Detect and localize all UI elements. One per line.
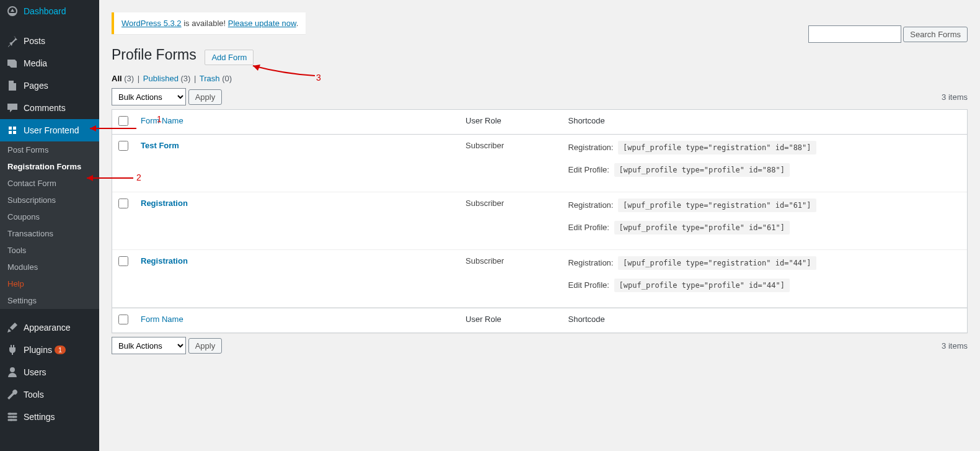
row-checkbox[interactable] — [118, 199, 128, 208]
menu-label: Plugins — [24, 345, 52, 355]
submenu-subscriptions[interactable]: Subscriptions — [0, 192, 99, 208]
submenu-contact-form[interactable]: Contact Form — [0, 175, 99, 192]
table-row: RegistrationSubscriberRegistration: [wpu… — [112, 250, 967, 308]
menu-plugins[interactable]: Plugins1 — [0, 339, 99, 361]
submenu: Post Forms Registration Forms Contact Fo… — [0, 141, 99, 309]
update-nag-text: is available! — [182, 19, 228, 28]
user-role-cell: Subscriber — [459, 192, 562, 250]
gauge-icon — [6, 5, 19, 17]
col-shortcode: Shortcode — [562, 110, 967, 135]
forms-table: Form Name User Role Shortcode Test FormS… — [112, 109, 968, 333]
menu-dashboard[interactable]: Dashboard — [0, 0, 99, 22]
form-name-link[interactable]: Registration — [141, 199, 188, 208]
table-row: Test FormSubscriberRegistration: [wpuf_p… — [112, 135, 967, 192]
plugin-update-badge: 1 — [55, 346, 66, 354]
plug-icon — [6, 344, 19, 356]
menu-label: Dashboard — [24, 6, 66, 16]
pin-icon — [6, 35, 19, 47]
userfrontend-icon — [6, 124, 19, 136]
table-row: RegistrationSubscriberRegistration: [wpu… — [112, 192, 967, 250]
menu-pages[interactable]: Pages — [0, 74, 99, 97]
shortcode-edit-profile[interactable]: [wpuf_profile type="profile" id="61"] — [614, 221, 790, 234]
search-box: Search Forms — [808, 25, 968, 43]
bulk-actions-select-bottom[interactable]: Bulk Actions — [112, 337, 186, 354]
col-form-name[interactable]: Form Name — [141, 116, 183, 125]
wp-version-link[interactable]: WordPress 5.3.2 — [121, 19, 182, 28]
shortcode-edit-profile[interactable]: [wpuf_profile type="profile" id="88"] — [614, 163, 790, 177]
search-button[interactable]: Search Forms — [903, 27, 968, 42]
select-all-bottom[interactable] — [118, 315, 128, 324]
menu-label: Users — [24, 367, 46, 370]
bulk-apply-bottom[interactable]: Apply — [188, 338, 223, 354]
select-all-top[interactable] — [118, 116, 128, 126]
users-icon — [6, 366, 19, 370]
admin-sidebar: Dashboard Posts Media Pages Comments Use… — [0, 0, 99, 370]
menu-user-frontend[interactable]: User Frontend — [0, 119, 99, 141]
submenu-registration-forms[interactable]: Registration Forms — [0, 158, 99, 175]
shortcode-registration[interactable]: [wpuf_profile type="registration" id="88… — [618, 141, 816, 154]
submenu-coupons[interactable]: Coupons — [0, 208, 99, 225]
user-role-cell: Subscriber — [459, 250, 562, 308]
comment-icon — [6, 102, 19, 114]
shortcode-registration[interactable]: [wpuf_profile type="registration" id="44… — [618, 256, 816, 270]
shortcode-edit-profile[interactable]: [wpuf_profile type="profile" id="44"] — [614, 279, 790, 292]
menu-label: Appearance — [24, 323, 71, 333]
submenu-tools[interactable]: Tools — [0, 242, 99, 259]
brush-icon — [6, 321, 19, 334]
filter-trash[interactable]: Trash — [200, 74, 220, 83]
submenu-help[interactable]: Help — [0, 275, 99, 292]
form-name-link[interactable]: Test Form — [141, 141, 179, 150]
shortcode-cell: Registration: [wpuf_profile type="regist… — [562, 250, 967, 308]
search-input[interactable] — [808, 25, 901, 43]
filter-published[interactable]: Published — [143, 74, 179, 83]
bulk-actions-select-top[interactable]: Bulk Actions — [112, 88, 186, 105]
menu-media[interactable]: Media — [0, 52, 99, 74]
submenu-transactions[interactable]: Transactions — [0, 225, 99, 242]
menu-posts[interactable]: Posts — [0, 30, 99, 52]
media-icon — [6, 57, 19, 69]
page-title: Profile Forms — [112, 47, 196, 63]
row-checkbox[interactable] — [118, 141, 128, 151]
shortcode-cell: Registration: [wpuf_profile type="regist… — [562, 192, 967, 250]
menu-label: Media — [24, 58, 47, 68]
filter-all[interactable]: All — [112, 74, 122, 83]
status-filters: All (3) | Published (3) | Trash (0) — [112, 74, 968, 83]
menu-label: Posts — [24, 36, 45, 46]
col-form-name-foot[interactable]: Form Name — [141, 315, 183, 324]
item-count-bottom: 3 items — [942, 341, 968, 351]
menu-label: Comments — [24, 103, 66, 113]
menu-label: Pages — [24, 81, 48, 91]
menu-label: User Frontend — [24, 125, 79, 135]
add-form-button[interactable]: Add Form — [205, 50, 254, 65]
shortcode-cell: Registration: [wpuf_profile type="regist… — [562, 135, 967, 192]
menu-comments[interactable]: Comments — [0, 97, 99, 119]
submenu-settings[interactable]: Settings — [0, 292, 99, 309]
user-role-cell: Subscriber — [459, 135, 562, 192]
submenu-post-forms[interactable]: Post Forms — [0, 141, 99, 158]
update-nag: WordPress 5.3.2 is available! Please upd… — [112, 12, 306, 34]
submenu-modules[interactable]: Modules — [0, 259, 99, 275]
shortcode-registration[interactable]: [wpuf_profile type="registration" id="61… — [618, 199, 816, 212]
row-checkbox[interactable] — [118, 256, 128, 266]
col-user-role: User Role — [459, 110, 562, 135]
item-count-top: 3 items — [942, 92, 968, 102]
update-now-link[interactable]: Please update now — [228, 19, 296, 28]
page-icon — [6, 79, 19, 92]
form-name-link[interactable]: Registration — [141, 256, 188, 266]
menu-users[interactable]: Users — [0, 361, 99, 370]
menu-appearance[interactable]: Appearance — [0, 316, 99, 339]
bulk-apply-top[interactable]: Apply — [188, 89, 223, 105]
